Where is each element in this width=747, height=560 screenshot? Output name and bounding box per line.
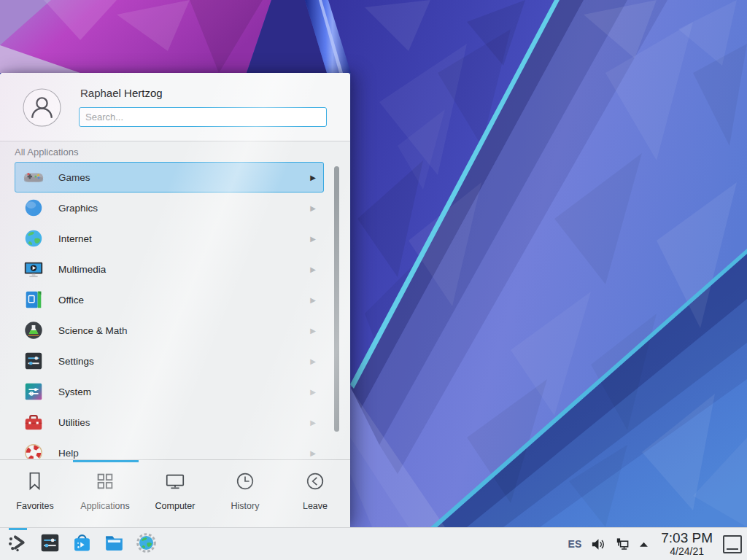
applications-icon [94,470,116,495]
globe-gear-icon [136,532,157,556]
submenu-arrow-icon: ▶ [310,235,316,243]
launcher-button[interactable] [7,533,29,556]
taskbar-apps [0,533,158,556]
volume-icon[interactable] [590,537,605,552]
submenu-arrow-icon: ▶ [310,204,316,212]
settings-icon [23,350,44,372]
category-row-help[interactable]: Help ▶ [15,438,324,459]
tab-label: Computer [155,501,196,511]
user-name: Raphael Hertzog [80,87,163,99]
discover-bag-icon [71,532,93,556]
favorites-icon [24,470,46,495]
taskbar: ES [0,527,747,560]
system-icon [23,381,44,402]
show-desktop-button[interactable] [723,535,742,553]
submenu-arrow-icon: ▶ [310,265,316,273]
tabbar-separator [0,459,350,460]
submenu-arrow-icon: ▶ [310,419,316,427]
leave-icon [304,470,326,495]
office-icon [23,289,44,311]
games-icon [23,166,44,188]
file-manager-button[interactable] [103,533,125,556]
tab-label: Leave [303,501,328,511]
category-label: System [58,386,310,397]
category-row-system[interactable]: System ▶ [15,376,324,407]
tab-history[interactable]: History [210,462,280,527]
category-label: Science & Math [58,325,310,336]
submenu-arrow-icon: ▶ [310,296,316,304]
tab-applications[interactable]: Applications [70,462,140,527]
keyboard-layout-indicator[interactable]: ES [568,538,582,550]
tab-label: Favorites [16,501,53,511]
category-label: Help [58,448,310,459]
utilities-icon [23,411,44,433]
desktop: Raphael Hertzog All Applications [0,0,747,560]
submenu-arrow-icon: ▶ [310,357,316,365]
category-label: Utilities [58,417,310,428]
category-row-games[interactable]: Games ▶ [15,162,324,192]
category-row-settings[interactable]: Settings ▶ [15,346,324,376]
folder-icon [104,532,125,556]
category-label: Internet [58,233,310,244]
digital-clock[interactable]: 7:03 PM 4/24/21 [661,531,713,557]
launcher-tabbar: Favorites Applications [0,462,350,527]
help-icon [23,442,44,459]
history-icon [234,470,256,495]
category-row-utilities[interactable]: Utilities ▶ [15,407,324,438]
category-row-graphics[interactable]: Graphics ▶ [15,192,324,223]
discover-button[interactable] [71,533,93,556]
system-settings-button[interactable] [39,533,61,556]
submenu-arrow-icon: ▶ [310,174,316,182]
science-icon [23,319,44,341]
category-label: Graphics [58,203,310,214]
system-settings-icon [39,532,61,556]
category-label: Multimedia [58,264,310,275]
system-tray: ES [568,531,747,557]
list-scrollbar[interactable] [334,166,339,432]
search-input[interactable] [79,107,327,127]
launcher-header: Raphael Hertzog [0,73,350,141]
kde-launcher-icon [7,532,28,556]
category-list: Games ▶ Graphics ▶ [15,162,324,459]
multimedia-icon [23,258,44,280]
tab-favorites[interactable]: Favorites [0,462,70,527]
tab-label: Applications [80,501,129,511]
network-icon[interactable] [614,537,630,552]
tab-leave[interactable]: Leave [280,462,350,527]
category-label: Settings [58,356,310,367]
submenu-arrow-icon: ▶ [310,327,316,335]
category-row-internet[interactable]: Internet ▶ [15,223,324,254]
category-row-multimedia[interactable]: Multimedia ▶ [15,254,324,284]
tab-computer[interactable]: Computer [140,462,210,527]
user-avatar[interactable] [23,88,61,127]
graphics-icon [23,197,44,219]
submenu-arrow-icon: ▶ [310,449,316,457]
active-tab-indicator [73,460,139,462]
application-launcher-popup: Raphael Hertzog All Applications [0,73,350,527]
category-label: Office [58,295,310,306]
submenu-arrow-icon: ▶ [310,388,316,396]
category-row-office[interactable]: Office ▶ [15,284,324,315]
category-label: Games [58,172,310,183]
clock-time: 7:03 PM [661,531,713,546]
category-row-science-math[interactable]: Science & Math ▶ [15,315,324,346]
section-label: All Applications [15,147,78,158]
web-browser-button[interactable] [135,533,158,556]
computer-icon [164,470,186,495]
internet-icon [23,228,44,249]
tab-label: History [231,501,260,511]
expand-tray-arrow-icon[interactable] [638,541,649,548]
clock-date: 4/24/21 [661,546,713,557]
